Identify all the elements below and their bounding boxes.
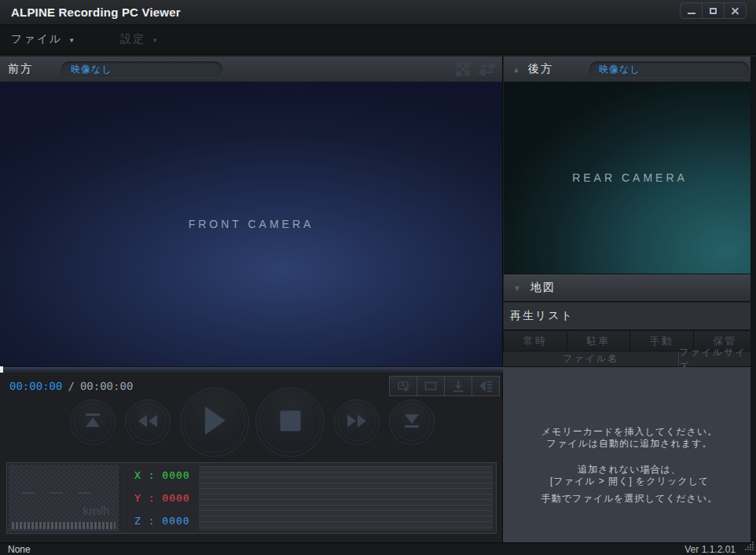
tab-normal[interactable]: 常時 xyxy=(504,331,567,351)
front-source-value: 映像なし xyxy=(71,63,112,76)
playlist-message-line: 追加されない場合は、 xyxy=(503,463,756,475)
g-sensor-x-value: X : 0000 xyxy=(134,469,196,481)
frame-icon xyxy=(423,379,439,393)
speedometer: — — — km/h xyxy=(9,465,120,531)
maximize-icon xyxy=(710,8,717,14)
menu-file[interactable]: ファイル ▼ xyxy=(0,28,87,51)
g-sensor-y-value: Y : 0000 xyxy=(134,492,196,504)
status-bar: None Ver 1.1.2.01 xyxy=(0,542,756,555)
playlist-body: メモリーカードを挿入してください。 ファイルは自動的に追加されます。 追加されな… xyxy=(503,367,756,542)
fast-forward-button[interactable] xyxy=(334,399,380,445)
minimize-icon xyxy=(688,13,695,14)
total-time: 00:00:00 xyxy=(80,380,133,392)
playlist-message-line: 手動でファイルを選択してください。 xyxy=(503,492,756,504)
minimize-button[interactable] xyxy=(680,2,703,19)
menubar: ファイル ▼ 設定 ▼ xyxy=(0,25,756,55)
download-icon xyxy=(450,379,466,393)
playlist-message-line: ファイルは自動的に追加されます。 xyxy=(503,437,756,449)
single-frame-button[interactable] xyxy=(417,376,445,396)
front-video-area: FRONT CAMERA xyxy=(0,82,503,366)
rear-source-value: 映像なし xyxy=(599,63,640,76)
map-section-label: 地図 xyxy=(530,281,556,295)
skip-start-icon xyxy=(83,413,102,432)
save-button[interactable] xyxy=(444,376,472,396)
menu-settings-label: 設定 xyxy=(120,32,145,46)
g-sensor-z-value: Z : 0000 xyxy=(134,515,196,527)
time-separator: / xyxy=(68,380,74,392)
menu-settings[interactable]: 設定 ▼ xyxy=(109,28,171,51)
skip-to-start-button[interactable] xyxy=(70,399,116,445)
expand-arrows-icon[interactable] xyxy=(455,62,471,76)
version-label: Ver 1.1.2.01 xyxy=(684,544,736,555)
playlist-title-bar: 再生リスト xyxy=(504,303,756,330)
repeat-button[interactable]: A xyxy=(389,376,417,396)
rear-camera-header: ▲ 後方 映像なし xyxy=(504,57,756,82)
front-camera-label: 前方 xyxy=(8,62,33,76)
speed-tick-strip xyxy=(12,522,116,529)
rear-video-area: REAR CAMERA xyxy=(504,82,756,274)
repeat-a-icon: A xyxy=(395,379,411,393)
front-header-icons xyxy=(455,62,496,76)
titlebar: ALPINE Recording PC Viewer xyxy=(0,0,756,25)
svg-text:A: A xyxy=(401,381,406,388)
stop-icon xyxy=(280,410,301,435)
playlist-title: 再生リスト xyxy=(510,309,574,323)
resize-grip-icon[interactable] xyxy=(744,540,754,554)
window-title: ALPINE Recording PC Viewer xyxy=(0,6,181,19)
skip-end-icon xyxy=(402,413,421,432)
current-time: 00:00:00 xyxy=(9,380,62,392)
front-video-placeholder: FRONT CAMERA xyxy=(189,218,314,230)
rewind-button[interactable] xyxy=(125,399,171,445)
rear-video-placeholder: REAR CAMERA xyxy=(572,171,688,184)
collapse-up-icon[interactable]: ▲ xyxy=(512,65,520,74)
seek-bar[interactable] xyxy=(0,366,503,373)
g-sensor-graph xyxy=(199,466,493,531)
swap-arrows-icon[interactable] xyxy=(479,62,496,76)
column-filesize[interactable]: ファイルサイズ xyxy=(679,351,756,366)
playback-controls-panel: 00:00:00 / 00:00:00 A xyxy=(0,373,503,542)
caret-down-icon: ▼ xyxy=(152,37,160,44)
close-button[interactable] xyxy=(724,2,747,19)
g-sensor-values: X : 0000 Y : 0000 Z : 0000 xyxy=(134,469,196,527)
gauge-panel: — — — km/h X : 0000 Y : 0000 Z : 0000 xyxy=(6,462,497,534)
play-button[interactable] xyxy=(180,388,249,457)
front-source-field[interactable]: 映像なし xyxy=(61,61,222,77)
maximize-button[interactable] xyxy=(702,2,725,19)
playlist-message-line: [ファイル > 開く] をクリックして xyxy=(503,475,756,487)
status-message: None xyxy=(0,544,31,555)
speed-value: — — — xyxy=(21,485,97,501)
tab-parking[interactable]: 駐車 xyxy=(567,331,630,351)
stop-button[interactable] xyxy=(255,388,325,457)
skip-to-end-button[interactable] xyxy=(389,399,435,445)
play-icon xyxy=(203,406,226,439)
time-display: 00:00:00 / 00:00:00 xyxy=(9,380,133,392)
window-controls xyxy=(681,2,747,19)
close-icon xyxy=(731,6,739,15)
collapse-down-icon[interactable]: ▼ xyxy=(513,284,521,292)
mini-button-group: A xyxy=(390,376,500,396)
volume-icon xyxy=(478,379,494,393)
fast-forward-icon xyxy=(347,414,367,431)
front-camera-header: 前方 映像なし xyxy=(0,57,503,82)
app-window: ALPINE Recording PC Viewer ファイル ▼ 設定 ▼ 前… xyxy=(0,0,756,555)
caret-down-icon: ▼ xyxy=(68,37,76,44)
column-filename[interactable]: ファイル名 xyxy=(503,351,679,366)
rewind-icon xyxy=(138,414,158,431)
map-section-header[interactable]: ▼ 地図 xyxy=(504,274,756,302)
playlist-table-header: ファイル名 ファイルサイズ xyxy=(503,351,756,367)
playlist-message-line: メモリーカードを挿入してください。 xyxy=(503,425,756,437)
volume-button[interactable] xyxy=(472,376,500,396)
rear-source-field[interactable]: 映像なし xyxy=(589,61,749,77)
speed-unit-label: km/h xyxy=(83,504,110,517)
menu-file-label: ファイル xyxy=(11,32,62,46)
window-right-edge xyxy=(750,57,756,542)
rear-camera-label: 後方 xyxy=(528,62,553,76)
